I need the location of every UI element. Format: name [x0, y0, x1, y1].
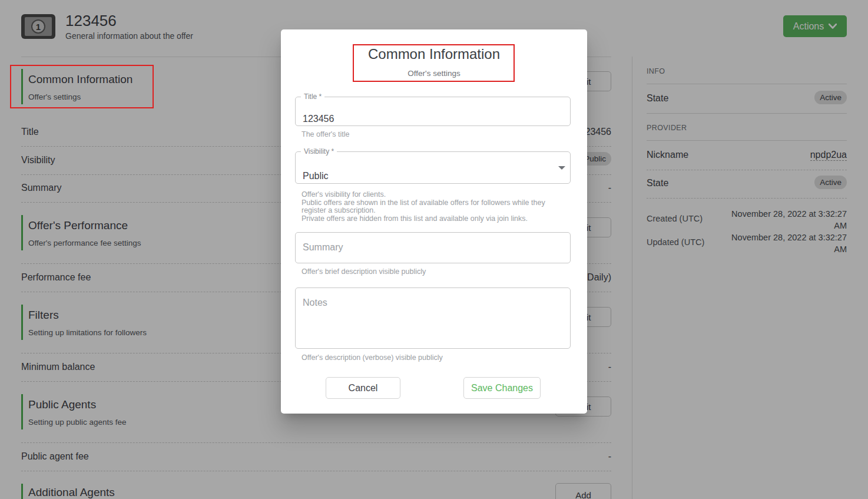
- notes-field: [295, 287, 571, 349]
- visibility-field[interactable]: Visibility * Public: [295, 147, 571, 184]
- save-changes-button[interactable]: Save Changes: [463, 377, 541, 399]
- notes-textarea[interactable]: [303, 298, 556, 329]
- summary-helper: Offer's brief description visible public…: [302, 268, 426, 276]
- dialog-title: Common Information: [281, 46, 587, 62]
- title-input[interactable]: [303, 114, 550, 124]
- select-arrow-icon[interactable]: [558, 166, 565, 170]
- summary-field: [295, 232, 571, 263]
- visibility-helper: Offer's visibility for clients. Public o…: [302, 191, 545, 223]
- title-field: Title *: [295, 92, 571, 126]
- common-information-dialog: Common Information Offer's settings Titl…: [281, 29, 587, 414]
- visibility-select[interactable]: Public: [303, 171, 550, 181]
- notes-helper: Offer's description (verbose) visible pu…: [302, 354, 443, 362]
- visibility-field-label: Visibility *: [301, 147, 337, 156]
- title-field-label: Title *: [301, 92, 324, 101]
- title-helper: The offer's title: [302, 131, 349, 139]
- summary-input[interactable]: [303, 242, 556, 253]
- dialog-subtitle: Offer's settings: [281, 69, 587, 78]
- cancel-button[interactable]: Cancel: [326, 377, 400, 399]
